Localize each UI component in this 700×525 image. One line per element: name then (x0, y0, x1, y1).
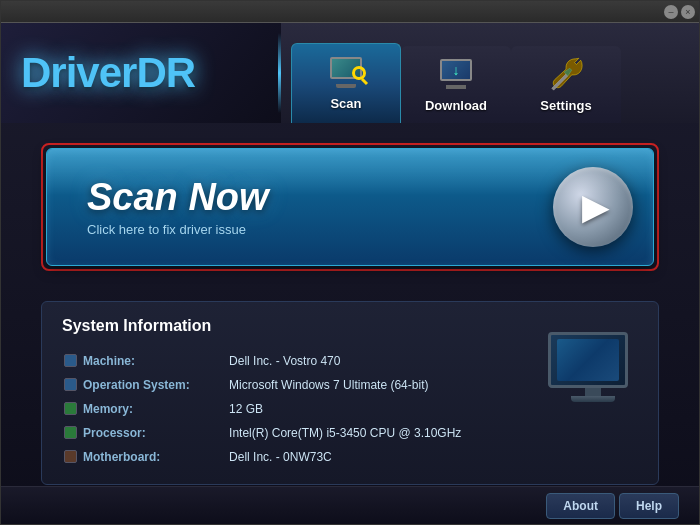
tab-scan[interactable]: Scan (291, 43, 401, 123)
info-value: Intel(R) Core(TM) i5-3450 CPU @ 3.10GHz (229, 426, 461, 440)
play-button[interactable]: ▶ (553, 167, 633, 247)
tab-settings[interactable]: Settings (511, 46, 621, 123)
info-label: Memory: (83, 402, 133, 416)
scan-sub-label: Click here to fix driver issue (87, 222, 269, 237)
scan-btn-text: Scan Now Click here to fix driver issue (87, 178, 269, 237)
info-row: Motherboard: Dell Inc. - 0NW73C (64, 445, 526, 467)
download-tab-label: Download (425, 98, 487, 113)
nav-tabs: Scan ↓ Download (281, 23, 699, 123)
monitor-sm-icon (64, 354, 77, 367)
scan-tab-icon (326, 52, 366, 92)
logo-divider (278, 33, 281, 113)
wrench-icon (547, 55, 585, 93)
header: DriverDR Scan (1, 23, 699, 123)
scan-button-wrapper: Scan Now Click here to fix driver issue … (41, 143, 659, 271)
info-label: Machine: (83, 354, 135, 368)
system-info-title: System Information (62, 317, 528, 335)
memory-icon (64, 402, 77, 415)
titlebar: – × (1, 1, 699, 23)
play-arrow-icon: ▶ (582, 186, 610, 228)
info-value: 12 GB (229, 402, 263, 416)
main-window: – × DriverDR Scan (0, 0, 700, 525)
help-button[interactable]: Help (619, 493, 679, 519)
info-label: Operation System: (83, 378, 190, 392)
scan-now-button[interactable]: Scan Now Click here to fix driver issue … (46, 148, 654, 266)
tab-download[interactable]: ↓ Download (401, 46, 511, 123)
info-value: Dell Inc. - Vostro 470 (229, 354, 340, 368)
cpu-icon (64, 378, 77, 391)
info-value: Microsoft Windows 7 Ultimate (64-bit) (229, 378, 428, 392)
download-icon: ↓ (440, 59, 472, 89)
system-info-panel: System Information Machine: Dell Inc. - … (41, 301, 659, 485)
footer: About Help (1, 486, 699, 524)
app-logo: DriverDR (21, 49, 195, 97)
info-row: Processor: Intel(R) Core(TM) i5-3450 CPU… (64, 421, 526, 443)
info-label: Motherboard: (83, 450, 160, 464)
scan-tab-label: Scan (330, 96, 361, 111)
info-row: Operation System: Microsoft Windows 7 Ul… (64, 373, 526, 395)
logo-area: DriverDR (1, 23, 281, 123)
settings-tab-label: Settings (540, 98, 591, 113)
info-row: Machine: Dell Inc. - Vostro 470 (64, 349, 526, 371)
processor-icon (64, 426, 77, 439)
info-row: Memory: 12 GB (64, 397, 526, 419)
monitor-illustration (548, 332, 638, 412)
system-info-table: Machine: Dell Inc. - Vostro 470 Operatio… (62, 347, 528, 469)
info-label: Processor: (83, 426, 146, 440)
monitor-scan-icon (330, 57, 362, 88)
scan-now-label: Scan Now (87, 178, 269, 216)
motherboard-icon (64, 450, 77, 463)
download-tab-icon: ↓ (436, 54, 476, 94)
about-button[interactable]: About (546, 493, 615, 519)
settings-tab-icon (546, 54, 586, 94)
system-info-content: System Information Machine: Dell Inc. - … (62, 317, 528, 469)
minimize-button[interactable]: – (664, 5, 678, 19)
info-value: Dell Inc. - 0NW73C (229, 450, 332, 464)
close-button[interactable]: × (681, 5, 695, 19)
main-content: Scan Now Click here to fix driver issue … (1, 123, 699, 505)
